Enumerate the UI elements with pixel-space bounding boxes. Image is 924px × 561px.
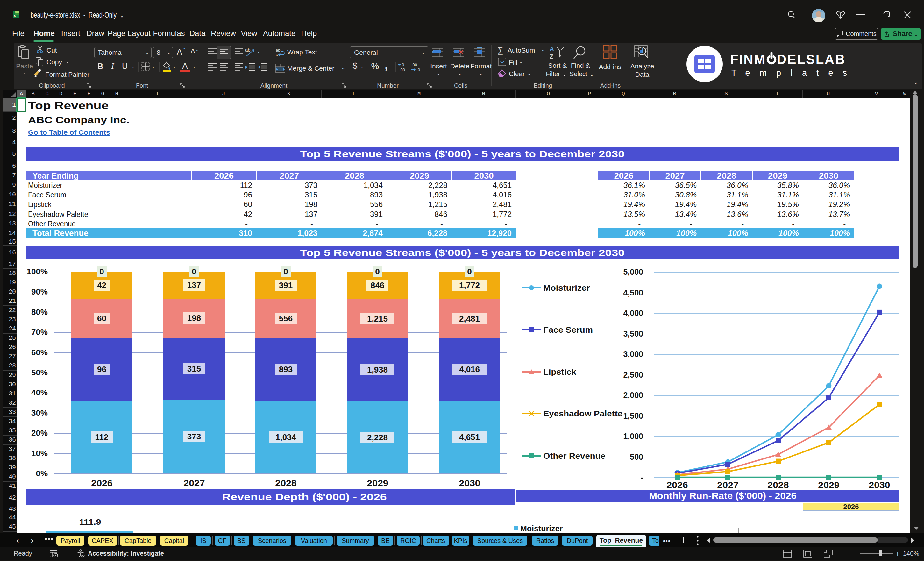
svg-text:Z: Z	[549, 53, 554, 59]
svg-text:.00: .00	[411, 62, 417, 67]
svg-text:A: A	[549, 46, 554, 52]
svg-text:0: 0	[418, 68, 420, 72]
svg-text:x: x	[14, 13, 16, 18]
svg-text:ab: ab	[245, 47, 250, 52]
svg-text:0: 0	[402, 62, 404, 67]
svg-text:c: c	[276, 52, 278, 57]
svg-text:ab: ab	[276, 48, 280, 52]
svg-text:.00: .00	[399, 68, 405, 72]
